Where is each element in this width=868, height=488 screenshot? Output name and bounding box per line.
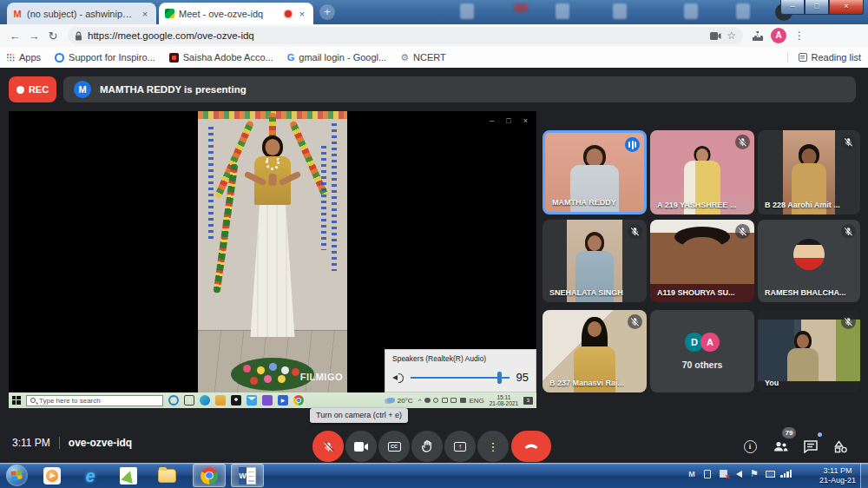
mic-off-icon — [735, 224, 750, 239]
network-app-button[interactable] — [118, 465, 139, 486]
participant-tile[interactable]: A 219 YASHSHREE ... — [650, 130, 754, 214]
display-icon — [450, 398, 457, 403]
bookmark-item[interactable]: Support for Inspiro... — [55, 52, 155, 63]
participant-tile[interactable]: B 237 Manasvi Raj... — [542, 310, 647, 392]
lock-icon — [75, 31, 82, 41]
camera-icon — [354, 442, 368, 452]
chat-button[interactable] — [799, 434, 823, 458]
reload-button[interactable]: ↻ — [43, 30, 62, 43]
participant-name: MAMTHA REDDY — [552, 198, 616, 207]
others-tile[interactable]: D A 70 others — [650, 310, 754, 392]
display-tray-icon[interactable] — [765, 469, 775, 478]
battery-icon — [442, 398, 448, 403]
mic-toggle-button[interactable] — [312, 431, 344, 462]
end-call-button[interactable] — [511, 431, 551, 462]
participant-name: A119 SHOURYA SU... — [657, 288, 735, 297]
windows-flag-icon — [10, 470, 23, 481]
bookmark-item[interactable]: Saisha Adobe Acco... — [169, 52, 273, 63]
participants-button[interactable]: 79 — [768, 434, 792, 458]
more-options-button[interactable]: ⋮ — [477, 431, 509, 462]
chrome-taskbar-button[interactable] — [193, 464, 226, 487]
url-text: https://meet.google.com/ove-ozve-idq — [88, 30, 705, 41]
file-explorer-button[interactable] — [156, 465, 177, 486]
apps-button[interactable]: Apps — [7, 52, 41, 63]
captions-button[interactable]: CC — [378, 431, 410, 462]
apps-grid-icon — [7, 54, 15, 62]
activities-icon — [834, 440, 848, 453]
show-desktop-button[interactable] — [860, 463, 868, 488]
bookmark-star-icon[interactable]: ☆ — [727, 30, 736, 42]
search-icon — [30, 398, 36, 403]
participant-tile[interactable]: MAMTHA REDDY — [542, 130, 647, 214]
shared-tray-icons: ^ ENG — [418, 397, 484, 405]
desktop-icon-blur — [736, 3, 750, 19]
tab-meet-active[interactable]: Meet - ove-ozve-idq × — [159, 3, 313, 24]
profile-avatar[interactable]: A — [771, 28, 786, 43]
present-screen-button[interactable]: ↑ — [444, 431, 476, 462]
tray-app-icon[interactable]: M — [687, 469, 697, 478]
volume-slider — [411, 377, 510, 379]
desktop-icon-blur — [684, 3, 698, 19]
self-tile[interactable]: You — [758, 310, 860, 392]
reading-list-button[interactable]: Reading list — [787, 52, 861, 63]
people-tray-icon — [433, 398, 438, 403]
forward-button[interactable]: → — [24, 30, 43, 43]
bookmarks-bar: Apps Support for Inspiro... Saisha Adobe… — [0, 47, 868, 68]
close-tab-icon[interactable]: × — [139, 9, 151, 19]
update-alert-icon[interactable] — [718, 469, 728, 478]
folder-icon — [158, 469, 176, 483]
volume-popup: Speakers (Realtek(R) Audio) 95 — [385, 349, 536, 392]
action-center-flag-icon[interactable]: ⚑ — [749, 469, 760, 478]
movies-tv-icon: ▶ — [278, 395, 288, 406]
participant-tile[interactable]: A119 SHOURYA SU... — [650, 220, 754, 302]
bookmark-item[interactable]: G gmail login - Googl... — [287, 52, 386, 63]
volume-device-label: Speakers (Realtek(R) Audio) — [392, 354, 529, 363]
cloud-icon — [387, 398, 395, 403]
desktop-icon-blur — [514, 3, 528, 12]
avatar: A — [700, 333, 720, 352]
back-button[interactable]: ← — [5, 30, 24, 43]
maximize-button[interactable]: □ — [805, 0, 829, 15]
start-icon — [12, 396, 21, 405]
volume-value: 95 — [516, 371, 529, 384]
desktop-icon-blur — [556, 3, 569, 19]
bookmark-item[interactable]: ⚙ NCERT — [400, 52, 446, 63]
cortana-icon — [168, 395, 179, 406]
clipboard-tray-icon[interactable] — [702, 469, 713, 478]
shared-window-controls: – □ × — [490, 116, 528, 125]
media-player-button[interactable]: ▶ — [42, 465, 62, 486]
meeting-code: ove-ozve-idq — [69, 437, 132, 449]
new-tab-button[interactable]: + — [319, 4, 335, 20]
speaker-tray-icon — [460, 398, 466, 403]
participant-tile[interactable]: RAMESH BHALCHA... — [758, 220, 860, 302]
close-tab-icon[interactable]: × — [296, 9, 308, 19]
browser-menu-icon[interactable]: ⋮ — [794, 30, 805, 42]
close-window-button[interactable]: × — [829, 0, 864, 15]
camera-allowed-icon[interactable] — [710, 32, 721, 40]
recording-indicator-icon — [285, 10, 292, 17]
start-button[interactable] — [6, 465, 28, 486]
taskbar-clock[interactable]: 3:11 PM 21-Aug-21 — [819, 466, 856, 485]
desktop-icon-blur — [613, 3, 627, 19]
minimize-button[interactable]: – — [780, 0, 805, 15]
meet-icon — [164, 9, 174, 19]
phone-hangup-icon — [523, 443, 539, 450]
meet-control-bar: 3:11 PM ove-ozve-idq CC ↑ ⋮ — [0, 424, 868, 463]
network-signal-icon[interactable] — [780, 470, 792, 478]
audio-speaking-icon — [625, 137, 640, 152]
volume-tray-icon[interactable] — [733, 469, 744, 478]
video-watermark: FILMIGO — [198, 372, 347, 382]
chat-icon — [804, 440, 818, 453]
participant-tile[interactable]: SNEHALATA SINGH — [542, 220, 647, 302]
internet-explorer-button[interactable]: e — [80, 465, 101, 486]
raise-hand-button[interactable] — [411, 431, 443, 462]
participant-tile[interactable]: B 228 Aarohi Amit ... — [758, 130, 860, 214]
activities-button[interactable] — [829, 434, 853, 458]
extensions-icon[interactable] — [752, 30, 763, 42]
word-taskbar-button[interactable]: W — [231, 464, 264, 487]
tab-gmail[interactable]: M (no subject) - ashwinipowale@m × — [7, 3, 156, 24]
address-bar[interactable]: https://meet.google.com/ove-ozve-idq ☆ — [68, 27, 743, 44]
cc-icon: CC — [388, 442, 401, 452]
camera-toggle-button[interactable] — [345, 431, 377, 462]
meeting-details-button[interactable]: i — [738, 434, 762, 458]
